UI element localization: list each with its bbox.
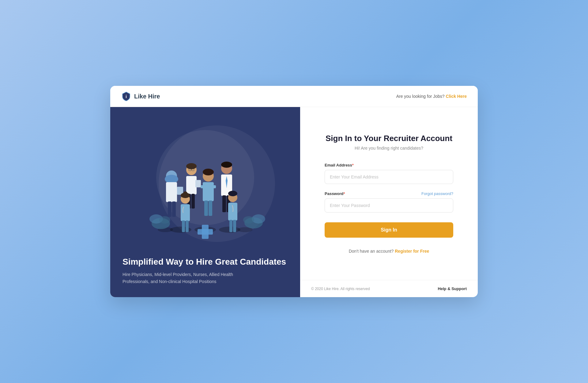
footer-copyright: © 2020 Like Hire. All rights reserved: [311, 287, 370, 291]
password-label-row: Password* Forgot password?: [325, 191, 453, 196]
svg-rect-25: [201, 185, 205, 188]
svg-rect-33: [222, 195, 226, 212]
register-row: Don't have an account? Register for Free: [325, 249, 453, 254]
email-group: Email Address*: [325, 163, 453, 184]
email-input[interactable]: [325, 170, 453, 184]
nav-link[interactable]: Click Here: [446, 94, 467, 99]
email-label-row: Email Address*: [325, 163, 453, 167]
help-support-link[interactable]: Help & Support: [438, 286, 467, 291]
password-group: Password* Forgot password?: [325, 191, 453, 213]
svg-rect-10: [168, 201, 172, 217]
left-title: Simplified Way to Hire Great Candidates: [123, 256, 288, 267]
logo-area: i Like Hire: [121, 91, 160, 101]
svg-rect-9: [166, 182, 177, 202]
svg-rect-44: [229, 220, 232, 232]
form-subtitle: Hi! Are you finding right candidates?: [325, 146, 453, 151]
no-account-text: Don't have an account?: [349, 249, 394, 254]
header: i Like Hire Are you looking for Jobs? Cl…: [110, 86, 478, 107]
left-subtitle: Hire Physicians, Mid-level Providers, Nu…: [123, 271, 239, 285]
svg-rect-28: [209, 201, 212, 216]
forgot-password-link[interactable]: Forgot password?: [421, 191, 453, 196]
svg-point-8: [165, 175, 178, 183]
illustration-svg: [132, 116, 279, 245]
main-card: i Like Hire Are you looking for Jobs? Cl…: [110, 86, 478, 297]
header-nav: Are you looking for Jobs? Click Here: [396, 94, 467, 99]
svg-rect-20: [191, 194, 195, 209]
svg-point-48: [159, 216, 170, 224]
card-body: Simplified Way to Hire Great Candidates …: [110, 107, 478, 297]
svg-rect-26: [211, 185, 216, 188]
svg-rect-53: [202, 225, 209, 239]
right-panel: Sign In to Your Recruiter Account Hi! Ar…: [300, 107, 478, 297]
svg-point-42: [228, 191, 237, 196]
form-title: Sign In to Your Recruiter Account: [325, 134, 453, 143]
svg-rect-24: [203, 182, 214, 201]
svg-point-30: [221, 162, 232, 168]
svg-rect-45: [233, 220, 236, 232]
left-text-area: Simplified Way to Hire Great Candidates …: [123, 256, 288, 285]
svg-rect-27: [204, 201, 208, 216]
svg-rect-21: [195, 180, 201, 187]
form-area: Sign In to Your Recruiter Account Hi! Ar…: [300, 107, 478, 280]
svg-rect-18: [186, 176, 197, 194]
left-panel: Simplified Way to Hire Great Candidates …: [110, 107, 300, 297]
svg-point-37: [183, 191, 187, 196]
password-input[interactable]: [325, 198, 453, 213]
logo-icon: i: [121, 91, 131, 101]
svg-point-23: [203, 169, 214, 175]
logo-text: Like Hire: [134, 93, 160, 100]
sign-in-button[interactable]: Sign In: [325, 222, 453, 238]
right-footer: © 2020 Like Hire. All rights reserved He…: [300, 280, 478, 297]
svg-point-14: [186, 163, 197, 169]
svg-rect-38: [181, 204, 190, 221]
svg-rect-39: [182, 220, 185, 232]
email-label: Email Address*: [325, 163, 354, 167]
register-link[interactable]: Register for Free: [395, 249, 429, 254]
svg-rect-40: [186, 220, 189, 232]
nav-question: Are you looking for Jobs?: [396, 94, 445, 99]
password-label: Password*: [325, 191, 345, 196]
svg-text:i: i: [126, 94, 127, 99]
svg-rect-11: [172, 201, 176, 217]
svg-point-51: [243, 216, 254, 224]
